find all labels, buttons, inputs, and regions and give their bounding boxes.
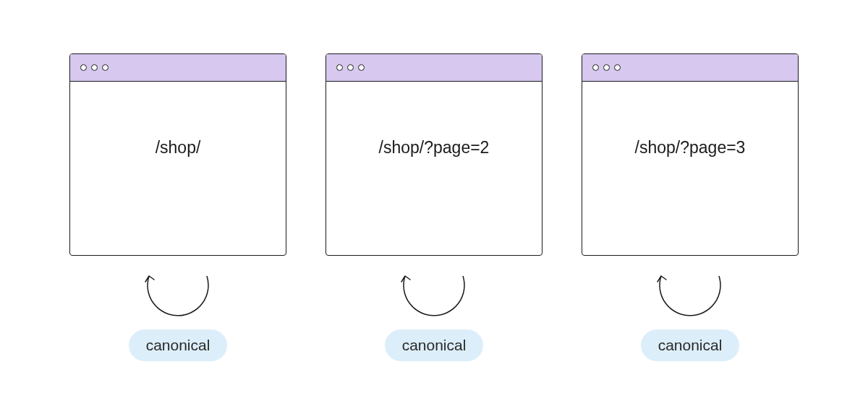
- window-dot-icon: [102, 64, 109, 71]
- url-text: /shop/: [156, 138, 201, 158]
- canonical-badge: canonical: [385, 329, 484, 361]
- browser-title-bar: [326, 54, 542, 82]
- window-dot-icon: [614, 64, 621, 71]
- diagram-container: /shop/ canonical /shop/?page=2: [69, 53, 799, 361]
- browser-body: /shop/?page=3: [582, 82, 798, 255]
- browser-title-bar: [70, 54, 286, 82]
- canonical-badge: canonical: [641, 329, 740, 361]
- browser-window: /shop/?page=3: [582, 53, 799, 256]
- browser-title-bar: [582, 54, 798, 82]
- window-dot-icon: [592, 64, 599, 71]
- self-arrow-icon: [639, 267, 741, 329]
- browser-body: /shop/?page=2: [326, 82, 542, 255]
- self-arrow-icon: [127, 267, 229, 329]
- self-arrow-icon: [383, 267, 485, 329]
- browser-column-1: /shop/ canonical: [69, 53, 286, 361]
- browser-column-3: /shop/?page=3 canonical: [582, 53, 799, 361]
- window-dot-icon: [80, 64, 87, 71]
- window-dot-icon: [91, 64, 98, 71]
- browser-window: /shop/?page=2: [326, 53, 542, 256]
- window-dot-icon: [358, 64, 365, 71]
- window-dot-icon: [603, 64, 610, 71]
- window-dot-icon: [347, 64, 354, 71]
- window-dot-icon: [336, 64, 343, 71]
- url-text: /shop/?page=3: [635, 138, 746, 158]
- canonical-badge: canonical: [129, 329, 228, 361]
- browser-body: /shop/: [70, 82, 286, 255]
- browser-column-2: /shop/?page=2 canonical: [326, 53, 542, 361]
- browser-window: /shop/: [69, 53, 286, 256]
- url-text: /shop/?page=2: [379, 138, 490, 158]
